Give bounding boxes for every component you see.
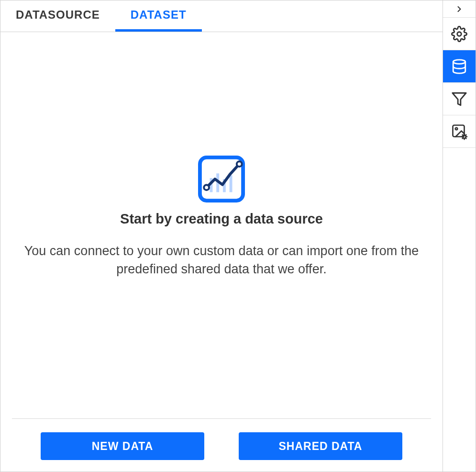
footer-actions: NEW DATA SHARED DATA <box>12 418 431 460</box>
empty-state: Start by creating a data source You can … <box>0 32 443 418</box>
sidebar-image-settings[interactable] <box>443 115 476 148</box>
svg-marker-9 <box>453 93 466 105</box>
filter-icon <box>451 91 467 107</box>
svg-point-11 <box>455 127 458 130</box>
tab-dataset[interactable]: DATASET <box>115 0 202 32</box>
gear-icon <box>451 26 467 42</box>
svg-point-7 <box>457 32 462 36</box>
image-settings-icon <box>451 123 468 140</box>
chevron-right-icon <box>454 4 464 14</box>
chart-icon <box>198 156 245 202</box>
sidebar-data[interactable] <box>443 50 476 83</box>
empty-heading: Start by creating a data source <box>120 211 323 227</box>
tab-bar: DATASOURCE DATASET <box>0 0 443 32</box>
database-icon <box>451 58 467 75</box>
sidebar-settings[interactable] <box>443 18 476 50</box>
main-panel: DATASOURCE DATASET Start by creating a d… <box>0 0 443 472</box>
svg-point-5 <box>204 185 209 190</box>
sidebar-collapse[interactable] <box>443 0 476 18</box>
sidebar-filter[interactable] <box>443 83 476 115</box>
svg-point-8 <box>453 59 465 63</box>
tab-datasource[interactable]: DATASOURCE <box>0 0 115 32</box>
svg-point-6 <box>237 161 242 167</box>
right-sidebar <box>443 0 476 472</box>
shared-data-button[interactable]: SHARED DATA <box>239 432 402 460</box>
app-root: DATASOURCE DATASET Start by creating a d… <box>0 0 476 472</box>
new-data-button[interactable]: NEW DATA <box>41 432 204 460</box>
empty-description: You can connect to your own custom data … <box>13 242 430 279</box>
